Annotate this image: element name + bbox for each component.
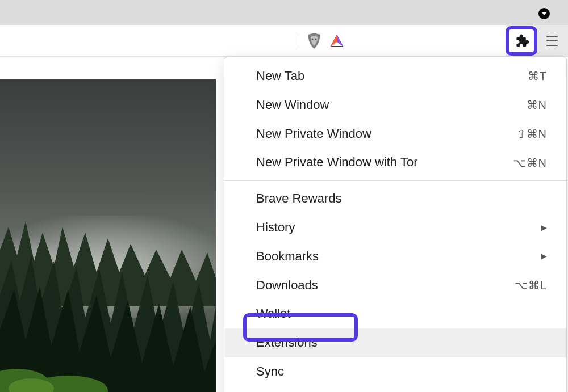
main-menu-dropdown: New Tab ⌘T New Window ⌘N New Private Win… [224, 57, 567, 392]
menu-item-label: Downloads [256, 277, 318, 294]
menu-item-brave-rewards[interactable]: Brave Rewards [224, 184, 566, 213]
extensions-icon[interactable] [513, 33, 529, 49]
hamburger-icon [546, 36, 558, 46]
menu-item-extensions[interactable]: Extensions [224, 328, 566, 357]
menu-item-label: New Tab [256, 68, 304, 85]
menu-item-new-window[interactable]: New Window ⌘N [224, 91, 566, 120]
menu-item-label: Extensions [256, 334, 318, 352]
brave-rewards-icon[interactable] [329, 33, 345, 49]
menu-item-label: Sync [256, 363, 284, 381]
menu-item-label: Bookmarks [256, 248, 319, 265]
menu-item-shortcut: ⇧⌘N [516, 126, 547, 142]
menu-item-history[interactable]: History ▶ [224, 213, 566, 242]
menu-item-wallet[interactable]: Wallet [224, 300, 566, 328]
menu-item-new-private-window-tor[interactable]: New Private Window with Tor ⌥⌘N [224, 148, 566, 177]
menu-item-label: New Private Window [256, 125, 371, 143]
menu-item-label: History [256, 219, 295, 237]
window-titlebar [0, 0, 568, 25]
menu-item-shortcut: ⌘N [527, 97, 547, 113]
submenu-arrow-icon: ▶ [541, 251, 547, 262]
toolbar-separator [299, 33, 299, 48]
menu-item-sync[interactable]: Sync [224, 357, 566, 386]
svg-point-0 [312, 39, 314, 40]
menu-item-brave-ad-block[interactable]: Brave Ad Block [224, 386, 566, 392]
menu-item-bookmarks[interactable]: Bookmarks ▶ [224, 242, 566, 271]
extensions-button-highlight [506, 26, 537, 56]
svg-point-1 [315, 39, 317, 40]
browser-toolbar [0, 25, 568, 57]
menu-divider [224, 180, 566, 181]
menu-item-shortcut: ⌘T [528, 68, 547, 84]
titlebar-dropdown-icon[interactable] [538, 8, 550, 19]
menu-item-new-tab[interactable]: New Tab ⌘T [224, 62, 566, 91]
menu-item-shortcut: ⌥⌘L [515, 277, 547, 293]
menu-item-label: New Window [256, 96, 329, 114]
submenu-arrow-icon: ▶ [541, 222, 547, 234]
menu-item-label: New Private Window with Tor [256, 154, 417, 171]
main-menu-button[interactable] [541, 29, 563, 52]
background-image [0, 79, 216, 392]
page-content [0, 79, 216, 392]
menu-item-new-private-window[interactable]: New Private Window ⇧⌘N [224, 120, 566, 149]
brave-shields-icon[interactable] [306, 33, 322, 49]
menu-item-downloads[interactable]: Downloads ⌥⌘L [224, 271, 566, 300]
menu-item-label: Brave Rewards [256, 190, 341, 208]
menu-item-label: Wallet [256, 305, 290, 323]
menu-item-shortcut: ⌥⌘N [513, 155, 547, 171]
